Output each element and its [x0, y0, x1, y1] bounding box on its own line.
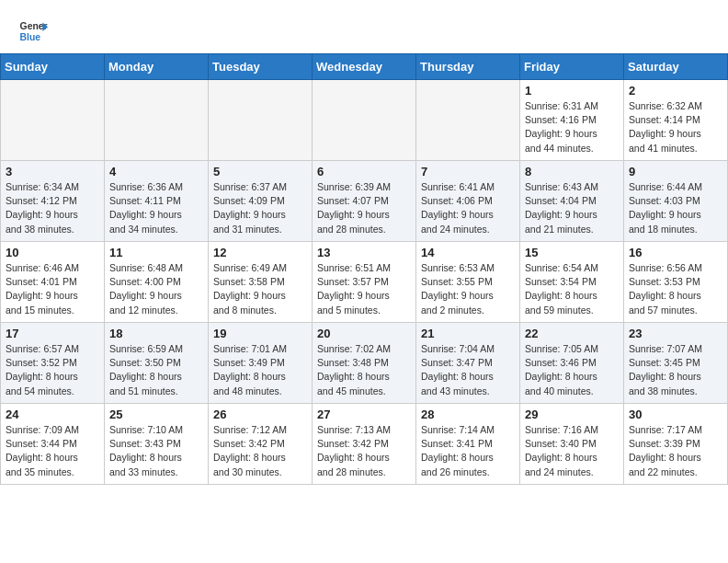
weekday-header-saturday: Saturday	[624, 54, 728, 80]
generalblue-logo-icon: General Blue	[18, 17, 48, 46]
day-info: Sunrise: 7:14 AM Sunset: 3:41 PM Dayligh…	[421, 423, 515, 479]
day-number: 26	[213, 408, 307, 421]
calendar-cell	[416, 80, 520, 161]
calendar-cell	[105, 80, 209, 161]
calendar-cell: 19Sunrise: 7:01 AM Sunset: 3:49 PM Dayli…	[209, 323, 313, 404]
day-number: 6	[317, 165, 411, 178]
calendar-cell	[313, 80, 416, 161]
calendar-cell: 26Sunrise: 7:12 AM Sunset: 3:42 PM Dayli…	[209, 404, 313, 485]
day-info: Sunrise: 7:01 AM Sunset: 3:49 PM Dayligh…	[213, 342, 307, 398]
day-number: 24	[6, 408, 99, 421]
day-number: 10	[6, 246, 99, 259]
weekday-header-wednesday: Wednesday	[313, 54, 416, 80]
weekday-header-monday: Monday	[105, 54, 209, 80]
calendar-table: SundayMondayTuesdayWednesdayThursdayFrid…	[0, 53, 728, 485]
calendar-cell: 29Sunrise: 7:16 AM Sunset: 3:40 PM Dayli…	[520, 404, 624, 485]
week-row-1: 1Sunrise: 6:31 AM Sunset: 4:16 PM Daylig…	[1, 80, 728, 161]
day-info: Sunrise: 7:10 AM Sunset: 3:43 PM Dayligh…	[109, 423, 203, 479]
svg-text:Blue: Blue	[20, 32, 41, 42]
logo: General Blue	[18, 17, 48, 46]
page: General Blue SundayMondayTuesdayWednesda…	[0, 0, 728, 485]
day-number: 18	[109, 327, 203, 340]
day-info: Sunrise: 6:51 AM Sunset: 3:57 PM Dayligh…	[317, 261, 411, 317]
day-info: Sunrise: 7:13 AM Sunset: 3:42 PM Dayligh…	[317, 423, 411, 479]
calendar-cell: 13Sunrise: 6:51 AM Sunset: 3:57 PM Dayli…	[313, 242, 416, 323]
calendar-cell: 23Sunrise: 7:07 AM Sunset: 3:45 PM Dayli…	[624, 323, 728, 404]
day-info: Sunrise: 6:31 AM Sunset: 4:16 PM Dayligh…	[525, 99, 619, 155]
calendar-cell: 5Sunrise: 6:37 AM Sunset: 4:09 PM Daylig…	[209, 161, 313, 242]
calendar-cell: 1Sunrise: 6:31 AM Sunset: 4:16 PM Daylig…	[520, 80, 624, 161]
calendar-cell: 12Sunrise: 6:49 AM Sunset: 3:58 PM Dayli…	[209, 242, 313, 323]
day-number: 21	[421, 327, 515, 340]
calendar-cell: 11Sunrise: 6:48 AM Sunset: 4:00 PM Dayli…	[105, 242, 209, 323]
day-info: Sunrise: 6:57 AM Sunset: 3:52 PM Dayligh…	[6, 342, 99, 398]
day-number: 9	[629, 165, 722, 178]
calendar-cell: 9Sunrise: 6:44 AM Sunset: 4:03 PM Daylig…	[624, 161, 728, 242]
calendar-cell: 15Sunrise: 6:54 AM Sunset: 3:54 PM Dayli…	[520, 242, 624, 323]
calendar-cell: 6Sunrise: 6:39 AM Sunset: 4:07 PM Daylig…	[313, 161, 416, 242]
calendar-cell: 10Sunrise: 6:46 AM Sunset: 4:01 PM Dayli…	[1, 242, 105, 323]
calendar-cell: 8Sunrise: 6:43 AM Sunset: 4:04 PM Daylig…	[520, 161, 624, 242]
day-number: 25	[109, 408, 203, 421]
week-row-5: 24Sunrise: 7:09 AM Sunset: 3:44 PM Dayli…	[1, 404, 728, 485]
calendar-cell: 4Sunrise: 6:36 AM Sunset: 4:11 PM Daylig…	[105, 161, 209, 242]
day-info: Sunrise: 7:05 AM Sunset: 3:46 PM Dayligh…	[525, 342, 619, 398]
day-number: 30	[629, 408, 722, 421]
week-row-4: 17Sunrise: 6:57 AM Sunset: 3:52 PM Dayli…	[1, 323, 728, 404]
calendar-cell: 14Sunrise: 6:53 AM Sunset: 3:55 PM Dayli…	[416, 242, 520, 323]
day-number: 17	[6, 327, 99, 340]
day-info: Sunrise: 6:48 AM Sunset: 4:00 PM Dayligh…	[109, 261, 203, 317]
day-number: 3	[6, 165, 99, 178]
weekday-header-tuesday: Tuesday	[209, 54, 313, 80]
calendar-cell: 22Sunrise: 7:05 AM Sunset: 3:46 PM Dayli…	[520, 323, 624, 404]
calendar-cell: 16Sunrise: 6:56 AM Sunset: 3:53 PM Dayli…	[624, 242, 728, 323]
day-info: Sunrise: 6:37 AM Sunset: 4:09 PM Dayligh…	[213, 180, 307, 236]
day-number: 27	[317, 408, 411, 421]
day-info: Sunrise: 7:07 AM Sunset: 3:45 PM Dayligh…	[629, 342, 722, 398]
calendar-cell: 28Sunrise: 7:14 AM Sunset: 3:41 PM Dayli…	[416, 404, 520, 485]
day-info: Sunrise: 6:56 AM Sunset: 3:53 PM Dayligh…	[629, 261, 722, 317]
day-number: 11	[109, 246, 203, 259]
calendar-cell: 30Sunrise: 7:17 AM Sunset: 3:39 PM Dayli…	[624, 404, 728, 485]
calendar-cell: 25Sunrise: 7:10 AM Sunset: 3:43 PM Dayli…	[105, 404, 209, 485]
day-number: 4	[109, 165, 203, 178]
day-number: 14	[421, 246, 515, 259]
calendar-cell: 21Sunrise: 7:04 AM Sunset: 3:47 PM Dayli…	[416, 323, 520, 404]
day-info: Sunrise: 6:41 AM Sunset: 4:06 PM Dayligh…	[421, 180, 515, 236]
week-row-3: 10Sunrise: 6:46 AM Sunset: 4:01 PM Dayli…	[1, 242, 728, 323]
day-info: Sunrise: 6:54 AM Sunset: 3:54 PM Dayligh…	[525, 261, 619, 317]
day-number: 1	[525, 84, 619, 98]
calendar-cell: 2Sunrise: 6:32 AM Sunset: 4:14 PM Daylig…	[624, 80, 728, 161]
day-info: Sunrise: 6:43 AM Sunset: 4:04 PM Dayligh…	[525, 180, 619, 236]
day-number: 20	[317, 327, 411, 340]
weekday-header-sunday: Sunday	[1, 54, 105, 80]
day-number: 19	[213, 327, 307, 340]
weekday-header-friday: Friday	[520, 54, 624, 80]
day-info: Sunrise: 7:09 AM Sunset: 3:44 PM Dayligh…	[6, 423, 99, 479]
day-info: Sunrise: 6:36 AM Sunset: 4:11 PM Dayligh…	[109, 180, 203, 236]
day-number: 23	[629, 327, 722, 340]
calendar-cell: 27Sunrise: 7:13 AM Sunset: 3:42 PM Dayli…	[313, 404, 416, 485]
calendar-cell	[209, 80, 313, 161]
day-info: Sunrise: 7:12 AM Sunset: 3:42 PM Dayligh…	[213, 423, 307, 479]
calendar-cell: 24Sunrise: 7:09 AM Sunset: 3:44 PM Dayli…	[1, 404, 105, 485]
day-info: Sunrise: 6:32 AM Sunset: 4:14 PM Dayligh…	[629, 99, 722, 155]
day-info: Sunrise: 6:44 AM Sunset: 4:03 PM Dayligh…	[629, 180, 722, 236]
day-info: Sunrise: 6:34 AM Sunset: 4:12 PM Dayligh…	[6, 180, 99, 236]
day-info: Sunrise: 7:02 AM Sunset: 3:48 PM Dayligh…	[317, 342, 411, 398]
day-number: 7	[421, 165, 515, 178]
week-row-2: 3Sunrise: 6:34 AM Sunset: 4:12 PM Daylig…	[1, 161, 728, 242]
day-number: 15	[525, 246, 619, 259]
day-number: 22	[525, 327, 619, 340]
day-number: 29	[525, 408, 619, 421]
day-info: Sunrise: 6:46 AM Sunset: 4:01 PM Dayligh…	[6, 261, 99, 317]
header: General Blue	[0, 0, 728, 53]
calendar-cell: 20Sunrise: 7:02 AM Sunset: 3:48 PM Dayli…	[313, 323, 416, 404]
day-number: 13	[317, 246, 411, 259]
calendar-cell	[1, 80, 105, 161]
day-number: 16	[629, 246, 722, 259]
day-number: 5	[213, 165, 307, 178]
day-info: Sunrise: 6:59 AM Sunset: 3:50 PM Dayligh…	[109, 342, 203, 398]
day-number: 2	[629, 84, 722, 98]
weekday-header-thursday: Thursday	[416, 54, 520, 80]
